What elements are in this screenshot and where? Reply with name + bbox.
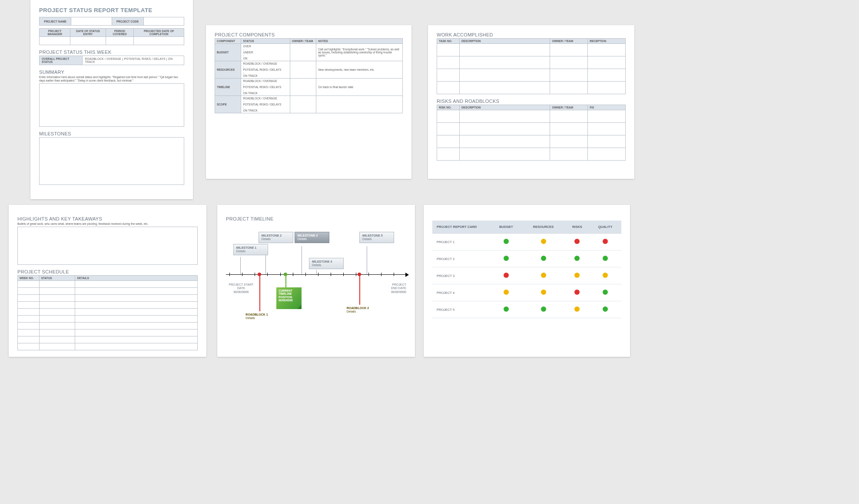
arrow-icon (405, 273, 409, 277)
status-cell (521, 284, 565, 301)
roadblock-1-line (259, 274, 260, 311)
table-row[interactable] (437, 69, 626, 82)
status-cell (565, 234, 590, 250)
project-meta-table: PROJECT MANAGER DATE OF STATUS ENTRY PER… (39, 28, 184, 45)
dot-icon (358, 273, 361, 276)
start-date-label: PROJECT STARTDATE00/00/0000 (226, 283, 256, 294)
status-cell (491, 250, 521, 267)
milestone-2: MILESTONE 2Details (259, 232, 293, 243)
owner-scope[interactable] (290, 96, 316, 113)
status-cell (491, 267, 521, 284)
status-cell (589, 234, 621, 250)
input-pm[interactable] (40, 37, 70, 45)
project-name: PROJECT 4 (432, 284, 491, 301)
status-dot-icon (504, 256, 509, 261)
status-dot-icon (504, 290, 509, 295)
th-details: DETAILS (75, 276, 198, 281)
status-dot-icon (541, 290, 546, 295)
row-budget: BUDGET (215, 44, 241, 61)
table-row[interactable] (18, 316, 198, 323)
status-dot-icon (541, 239, 546, 244)
milestone-5: MILESTONE 5Details (359, 232, 394, 243)
label-pm: PROJECT MANAGER (40, 29, 70, 37)
status-cell (491, 284, 521, 301)
table-row[interactable] (18, 323, 198, 329)
table-row[interactable] (18, 309, 198, 316)
project-name: PROJECT 1 (432, 234, 491, 250)
note-timeline[interactable]: On track to final launch date (316, 79, 403, 96)
components-table: COMPONENT STATUS OWNER / TEAM NOTES BUDG… (215, 38, 403, 113)
input-date-entry[interactable] (70, 37, 106, 45)
table-row: PROJECT 3 (432, 267, 621, 284)
th-status: STATUS (39, 276, 75, 281)
input-period[interactable] (106, 37, 134, 45)
status-cell (521, 301, 565, 318)
table-row: PROJECT 2 (432, 250, 621, 267)
status-dot-icon (603, 256, 608, 261)
status-dot-icon (574, 306, 580, 312)
table-row[interactable] (18, 329, 198, 336)
th-reception: RECEPTION (588, 39, 626, 44)
table-row[interactable] (437, 110, 626, 123)
th-budget: BUDGET (491, 221, 521, 234)
label-overall-status: OVERALL PROJECT STATUS (40, 56, 83, 65)
th-rowner: OWNER / TEAM (550, 105, 588, 110)
th-week: WEEK NO. (18, 276, 40, 281)
status-scope[interactable]: ROADBLOCK / OVERAGE - POTENTIAL RISKS / … (241, 96, 290, 113)
status-budget[interactable]: OVER - UNDER - ON (241, 44, 290, 61)
project-name: PROJECT 3 (432, 267, 491, 284)
status-dot-icon (541, 256, 546, 261)
table-row[interactable] (18, 281, 198, 288)
highlights-hint: Bullets of great work, who owns what, wh… (17, 222, 198, 226)
owner-timeline[interactable] (290, 79, 316, 96)
table-row[interactable] (437, 148, 626, 161)
highlights-textarea[interactable] (17, 227, 198, 265)
table-row[interactable] (18, 302, 198, 309)
owner-budget[interactable] (290, 44, 316, 61)
row-scope: SCOPE (215, 96, 241, 113)
th-resources: RESOURCES (521, 221, 565, 234)
th-riskno: RISK NO. (437, 105, 460, 110)
table-row[interactable] (437, 56, 626, 69)
status-cell (565, 284, 590, 301)
status-timeline[interactable]: ROADBLOCK / OVERAGE - POTENTIAL RISKS / … (241, 79, 290, 96)
table-row: PROJECT 4 (432, 284, 621, 301)
sheet-work-risks: WORK ACCOMPLISHED TASK NO.DESCRIPTIONOWN… (428, 25, 634, 179)
milestones-textarea[interactable] (39, 137, 184, 185)
table-row[interactable] (18, 336, 198, 343)
table-row[interactable] (437, 123, 626, 135)
section-summary: SUMMARY (39, 69, 184, 75)
table-row[interactable] (437, 44, 626, 56)
note-budget[interactable]: Call out highlights: "Exceptional work."… (316, 44, 403, 61)
milestone-4: MILESTONE 4Details (309, 258, 344, 269)
note-scope[interactable] (316, 96, 403, 113)
status-resources[interactable]: ROADBLOCK / OVERAGE - POTENTIAL RISKS / … (241, 61, 290, 79)
sheet-status-report: PROJECT STATUS REPORT TEMPLATE PROJECT N… (30, 0, 193, 199)
status-cell (589, 250, 621, 267)
table-row[interactable] (437, 82, 626, 94)
th-component: COMPONENT (215, 39, 241, 44)
summary-textarea[interactable] (39, 83, 184, 127)
label-period: PERIOD COVERED (106, 29, 134, 37)
report-card-table: PROJECT REPORT CARD BUDGET RESOURCES RIS… (432, 221, 621, 318)
sheet-timeline: PROJECT TIMELINE MILESTONE 1Details MILE… (217, 205, 415, 357)
status-cell (565, 267, 590, 284)
note-resources[interactable]: New developments, new team members, etc. (316, 61, 403, 79)
table-row[interactable] (18, 295, 198, 302)
input-project-name[interactable] (71, 17, 112, 26)
table-row[interactable] (18, 343, 198, 350)
work-table: TASK NO.DESCRIPTIONOWNER / TEAMRECEPTION (437, 38, 626, 94)
overall-status-options[interactable]: ROADBLOCK / OVERAGE | POTENTIAL RISKS / … (83, 56, 184, 65)
th-status: STATUS (241, 39, 290, 44)
project-name: PROJECT 2 (432, 250, 491, 267)
input-completion[interactable] (134, 37, 184, 45)
overall-status-bar: OVERALL PROJECT STATUS ROADBLOCK / OVERA… (39, 56, 184, 65)
table-row[interactable] (437, 135, 626, 148)
table-row[interactable] (18, 288, 198, 295)
status-cell (521, 234, 565, 250)
th-desc: DESCRIPTION (460, 39, 550, 44)
input-project-code[interactable] (143, 17, 184, 26)
section-timeline: PROJECT TIMELINE (226, 216, 406, 221)
owner-resources[interactable] (290, 61, 316, 79)
status-cell (521, 250, 565, 267)
